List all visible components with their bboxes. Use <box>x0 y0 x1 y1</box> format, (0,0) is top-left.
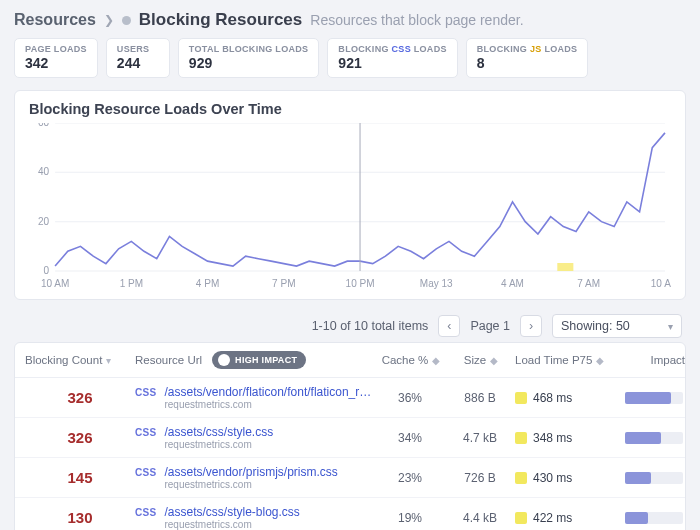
resource-type-tag: CSS <box>135 505 156 518</box>
svg-text:4 PM: 4 PM <box>196 278 219 289</box>
page-size-select[interactable]: Showing: 50 ▾ <box>552 314 682 338</box>
col-label: Load Time P75 <box>515 354 592 366</box>
page-size-label: Showing: 50 <box>561 319 630 333</box>
resource-domain: requestmetrics.com <box>164 519 299 530</box>
cell-size: 4.4 kB <box>445 511 515 525</box>
cell-load-time: 422 ms <box>515 511 625 525</box>
chevron-right-icon: ❯ <box>104 13 114 27</box>
stat-card[interactable]: BLOCKING CSS LOADS921 <box>327 38 457 78</box>
status-square-icon <box>515 512 527 524</box>
col-cache[interactable]: Cache % ◆ <box>375 354 445 366</box>
resource-type-tag: CSS <box>135 385 156 398</box>
breadcrumb-description: Resources that block page render. <box>310 12 523 28</box>
cell-impact <box>625 472 686 484</box>
col-impact[interactable]: Impact ◆ <box>625 354 686 366</box>
resource-link[interactable]: /assets/vendor/flaticon/font/flaticon_rm… <box>164 385 375 399</box>
cell-impact <box>625 432 686 444</box>
resource-domain: requestmetrics.com <box>164 399 375 410</box>
resource-domain: requestmetrics.com <box>164 479 337 490</box>
cell-blocking-count: 130 <box>25 509 135 526</box>
table-row[interactable]: 326CSS/assets/css/style.cssrequestmetric… <box>15 418 685 458</box>
breadcrumb-root[interactable]: Resources <box>14 11 96 29</box>
svg-text:60: 60 <box>38 123 50 128</box>
impact-bar <box>625 392 683 404</box>
stat-value: 929 <box>189 55 309 71</box>
svg-text:10 AM: 10 AM <box>41 278 69 289</box>
col-label: Blocking Count <box>25 354 102 366</box>
chart-title: Blocking Resource Loads Over Time <box>29 101 671 117</box>
cell-blocking-count: 326 <box>25 429 135 446</box>
stat-label: TOTAL BLOCKING LOADS <box>189 44 309 54</box>
cell-load-time: 430 ms <box>515 471 625 485</box>
svg-text:40: 40 <box>38 166 50 177</box>
chart-card: Blocking Resource Loads Over Time 020406… <box>14 90 686 300</box>
table-row[interactable]: 130CSS/assets/css/style-blog.cssrequestm… <box>15 498 685 530</box>
resource-link[interactable]: /assets/vendor/prismjs/prism.css <box>164 465 337 479</box>
cell-impact <box>625 512 686 524</box>
stat-card[interactable]: BLOCKING JS LOADS8 <box>466 38 589 78</box>
resource-link[interactable]: /assets/css/style.css <box>164 425 273 439</box>
sort-icon: ◆ <box>432 355 438 366</box>
table-row[interactable]: 326CSS/assets/vendor/flaticon/font/flati… <box>15 378 685 418</box>
col-resource-url[interactable]: Resource Url HIGH IMPACT <box>135 351 375 369</box>
status-dot-icon <box>122 16 131 25</box>
next-page-button[interactable]: › <box>520 315 542 337</box>
cell-size: 4.7 kB <box>445 431 515 445</box>
stat-card[interactable]: USERS244 <box>106 38 170 78</box>
stat-value: 8 <box>477 55 578 71</box>
cell-resource-url: CSS/assets/css/style.cssrequestmetrics.c… <box>135 425 375 450</box>
col-blocking-count[interactable]: Blocking Count ▾ <box>25 354 135 366</box>
col-label: Impact <box>650 354 685 366</box>
status-square-icon <box>515 392 527 404</box>
svg-text:7 AM: 7 AM <box>577 278 600 289</box>
stat-label: PAGE LOADS <box>25 44 87 54</box>
cell-size: 886 B <box>445 391 515 405</box>
cell-resource-url: CSS/assets/css/style-blog.cssrequestmetr… <box>135 505 375 530</box>
stat-value: 921 <box>338 55 446 71</box>
stat-value: 244 <box>117 55 159 71</box>
svg-text:7 PM: 7 PM <box>272 278 295 289</box>
stat-card[interactable]: PAGE LOADS342 <box>14 38 98 78</box>
resource-type-tag: CSS <box>135 465 156 478</box>
table-row[interactable]: 145CSS/assets/vendor/prismjs/prism.cssre… <box>15 458 685 498</box>
pagination-summary: 1-10 of 10 total items <box>312 319 429 333</box>
cell-impact <box>625 392 686 404</box>
stat-card-row: PAGE LOADS342USERS244TOTAL BLOCKING LOAD… <box>14 38 686 78</box>
resource-type-tag: CSS <box>135 425 156 438</box>
pagination-bar: 1-10 of 10 total items ‹ Page 1 › Showin… <box>14 310 686 342</box>
cell-cache: 34% <box>375 431 445 445</box>
line-chart[interactable]: 0204060 10 AM1 PM4 PM7 PM10 PMMay 134 AM… <box>29 123 671 293</box>
col-load-time[interactable]: Load Time P75 ◆ <box>515 354 625 366</box>
cell-load-time: 348 ms <box>515 431 625 445</box>
sort-icon: ◆ <box>596 355 602 366</box>
breadcrumb-current: Blocking Resources <box>139 10 302 30</box>
prev-page-button[interactable]: ‹ <box>438 315 460 337</box>
status-square-icon <box>515 432 527 444</box>
col-label: Cache % <box>382 354 429 366</box>
cell-cache: 19% <box>375 511 445 525</box>
high-impact-toggle[interactable]: HIGH IMPACT <box>212 351 306 369</box>
cell-load-time: 468 ms <box>515 391 625 405</box>
svg-rect-8 <box>557 263 573 271</box>
cell-blocking-count: 145 <box>25 469 135 486</box>
stat-card[interactable]: TOTAL BLOCKING LOADS929 <box>178 38 320 78</box>
page-label: Page 1 <box>470 319 510 333</box>
cell-size: 726 B <box>445 471 515 485</box>
resource-link[interactable]: /assets/css/style-blog.css <box>164 505 299 519</box>
pill-label: HIGH IMPACT <box>235 355 297 365</box>
breadcrumb: Resources ❯ Blocking Resources Resources… <box>14 10 686 30</box>
cell-cache: 23% <box>375 471 445 485</box>
status-square-icon <box>515 472 527 484</box>
cell-resource-url: CSS/assets/vendor/flaticon/font/flaticon… <box>135 385 375 410</box>
stat-label: BLOCKING JS LOADS <box>477 44 578 54</box>
impact-bar <box>625 432 683 444</box>
impact-bar <box>625 472 683 484</box>
stat-value: 342 <box>25 55 87 71</box>
col-size[interactable]: Size ◆ <box>445 354 515 366</box>
toggle-knob-icon <box>218 354 230 366</box>
svg-text:4 AM: 4 AM <box>501 278 524 289</box>
table-header: Blocking Count ▾ Resource Url HIGH IMPAC… <box>15 343 685 378</box>
sort-icon: ◆ <box>490 355 496 366</box>
resource-table: Blocking Count ▾ Resource Url HIGH IMPAC… <box>14 342 686 530</box>
col-label: Resource Url <box>135 354 202 366</box>
